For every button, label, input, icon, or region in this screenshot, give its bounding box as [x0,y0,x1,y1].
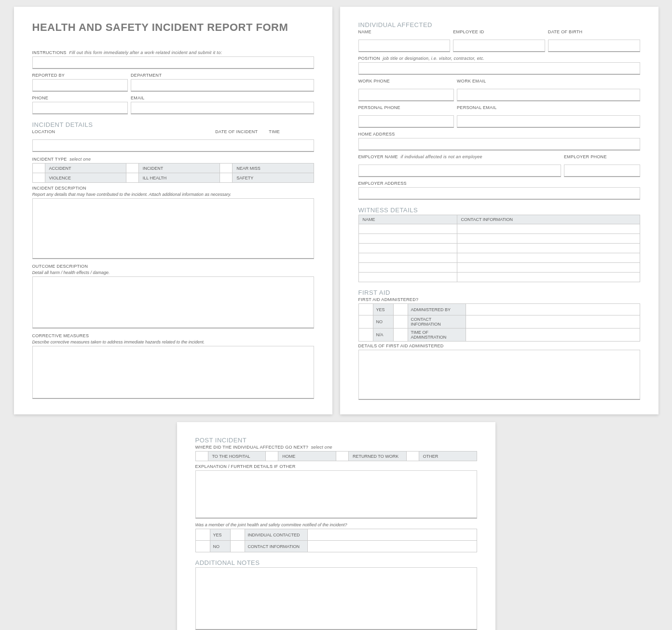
ind-work-email-label: WORK EMAIL [457,79,640,83]
first-aid-check-yes[interactable] [358,304,373,315]
first-aid-details-input[interactable] [358,350,640,400]
incident-type-check-1[interactable] [126,164,138,173]
first-aid-question: FIRST AID ADMINISTERED? [358,297,640,302]
ind-position-input[interactable] [358,62,640,75]
ind-employer-name-input[interactable] [358,164,561,177]
post-where-table: TO THE HOSPITAL HOME RETURNED TO WORK OT… [195,451,477,461]
first-aid-check-na[interactable] [358,329,373,342]
ind-personal-email-label: PERSONAL EMAIL [457,105,640,110]
ind-name-label: NAME [358,29,451,34]
post-ind-contacted-input[interactable] [307,529,477,541]
ind-employee-id-label: EMPLOYEE ID [453,29,545,34]
witness-contact-input[interactable] [457,224,640,234]
post-where-label: WHERE DID THE INDIVIDUAL AFFECTED GO NEX… [195,445,477,450]
outcome-description-input[interactable] [32,276,314,329]
incident-type-check-3[interactable] [32,173,45,183]
first-aid-table: YES ADMINISTERED BY NO CONTACT INFORMATI… [358,303,640,342]
incident-type-check-4[interactable] [126,173,138,183]
post-explanation-input[interactable] [195,470,477,519]
phone-input[interactable] [32,102,128,114]
outcome-description-hint: Detail all harm / health effects / damag… [32,270,314,275]
witness-contact-input[interactable] [457,234,640,244]
witness-contact-input[interactable] [457,244,640,253]
page-3: POST INCIDENT WHERE DID THE INDIVIDUAL A… [177,422,495,630]
witness-contact-input[interactable] [457,253,640,263]
witness-name-input[interactable] [358,263,457,273]
time-label: TIME [269,129,314,134]
post-committee-check-yes[interactable] [195,529,210,541]
ind-name-input[interactable] [358,40,451,52]
witness-name-input[interactable] [358,234,457,244]
page-1: HEALTH AND SAFETY INCIDENT REPORT FORM I… [14,7,332,414]
form-title: HEALTH AND SAFETY INCIDENT REPORT FORM [32,21,314,34]
corrective-measures-hint: Describe corrective measures taken to ad… [32,340,314,344]
post-where-check-2[interactable] [336,452,349,461]
witness-name-input[interactable] [358,244,457,253]
witness-name-input[interactable] [358,273,457,282]
incident-type-opt-2: NEAR MISS [233,164,314,173]
post-where-opt-3: OTHER [419,452,477,461]
ind-personal-email-input[interactable] [457,115,640,128]
location-label: LOCATION [32,129,213,134]
witness-details-heading: WITNESS DETAILS [358,206,640,214]
incident-type-check-2[interactable] [220,164,233,173]
incident-description-input[interactable] [32,198,314,259]
post-ind-contacted-label: INDIVIDUAL CONTACTED [245,529,307,541]
ind-personal-phone-input[interactable] [358,115,454,128]
post-committee-opt-yes: YES [210,529,230,541]
incident-type-check-5[interactable] [220,173,233,183]
incident-description-label: INCIDENT DESCRIPTION [32,186,314,191]
first-aid-opt-yes: YES [373,304,393,315]
page-2: INDIVIDUAL AFFECTED NAME EMPLOYEE ID DAT… [340,7,658,414]
witness-name-input[interactable] [358,224,457,234]
instructions-label: INSTRUCTIONS Fill out this form immediat… [32,50,314,55]
witness-contact-input[interactable] [457,273,640,282]
incident-type-opt-3: VIOLENCE [45,173,126,183]
instructions-input[interactable] [32,56,314,69]
ind-employee-id-input[interactable] [453,40,545,52]
email-label: EMAIL [131,96,314,100]
first-aid-time-label: TIME OF ADMINSTRATION [408,329,466,342]
first-aid-opt-na: N/A [373,329,393,342]
ind-employer-phone-label: EMPLOYER PHONE [564,154,640,159]
additional-notes-heading: ADDITIONAL NOTES [195,559,477,566]
first-aid-admin-by-input[interactable] [466,304,640,315]
post-where-opt-0: TO THE HOSPITAL [208,452,266,461]
witness-table: NAME CONTACT INFORMATION [358,215,640,282]
first-aid-contact-input[interactable] [466,315,640,329]
ind-home-address-input[interactable] [358,138,640,151]
additional-notes-input[interactable] [195,567,477,630]
incident-type-opt-1: INCIDENT [138,164,219,173]
post-where-check-3[interactable] [406,452,419,461]
date-of-incident-label: DATE OF INCIDENT [215,129,266,134]
post-committee-check-no[interactable] [195,541,210,552]
post-contact-info-input[interactable] [307,541,477,552]
first-aid-check-no[interactable] [358,315,373,329]
email-input[interactable] [131,102,314,114]
corrective-measures-input[interactable] [32,346,314,399]
ind-employer-phone-input[interactable] [564,164,640,177]
post-where-check-1[interactable] [266,452,278,461]
post-explanation-label: EXPLANATION / FURTHER DETAILS IF OTHER [195,464,477,469]
first-aid-contact-label: CONTACT INFORMATION [408,315,466,329]
ind-work-email-input[interactable] [457,89,640,101]
incident-type-label: INCIDENT TYPE select one [32,157,314,162]
witness-name-input[interactable] [358,253,457,263]
outcome-description-label: OUTCOME DESCRIPTION [32,264,314,269]
incident-type-check-0[interactable] [32,164,45,173]
incident-type-opt-4: ILL HEALTH [138,173,219,183]
ind-dob-input[interactable] [548,40,640,52]
ind-employer-address-input[interactable] [358,187,640,200]
reported-by-input[interactable] [32,79,128,92]
first-aid-time-input[interactable] [466,329,640,342]
ind-work-phone-input[interactable] [358,89,454,101]
ind-work-phone-label: WORK PHONE [358,79,454,83]
incident-description-hint: Report any details that may have contrib… [32,192,314,197]
witness-contact-input[interactable] [457,263,640,273]
post-committee-question: Was a member of the joint health and saf… [195,522,477,527]
department-input[interactable] [131,79,314,92]
ind-home-address-label: HOME ADDRESS [358,132,640,137]
post-where-check-0[interactable] [195,452,208,461]
post-incident-heading: POST INCIDENT [195,437,477,444]
location-date-time-input[interactable] [32,139,314,152]
